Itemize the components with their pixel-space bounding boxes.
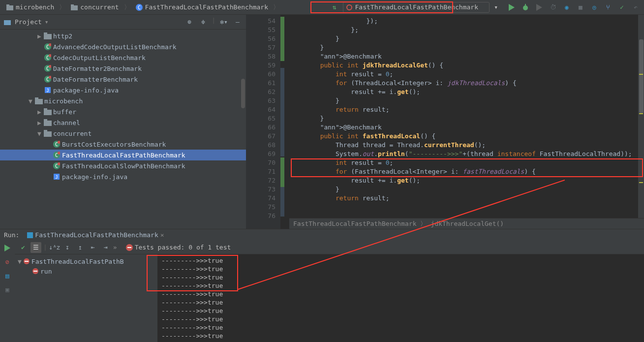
code-body[interactable]: }); }; } } "ann">@Benchmark public int j… bbox=[280, 15, 632, 229]
tree-row[interactable]: Jpackage-info.java bbox=[0, 85, 246, 95]
code-line[interactable]: int result = 0; bbox=[289, 70, 632, 79]
tree-row[interactable]: ▼concurrent bbox=[0, 128, 246, 139]
revert-icon[interactable]: ↶ bbox=[630, 2, 641, 13]
tree-row[interactable]: ▶http2 bbox=[0, 31, 246, 41]
code-line[interactable]: } bbox=[289, 34, 632, 43]
code-line[interactable]: } bbox=[289, 43, 632, 52]
code-line[interactable]: for (FastThreadLocal<Integer> i: fastThr… bbox=[289, 167, 632, 176]
tree-row[interactable]: CDateFormatter2Benchmark bbox=[0, 63, 246, 74]
code-line[interactable]: "ann">@Benchmark bbox=[289, 52, 632, 61]
gauge-icon[interactable]: ◉ bbox=[561, 2, 572, 13]
collapse-icon[interactable]: ↥ bbox=[75, 242, 86, 253]
test-root[interactable]: ▼ FastThreadLocalFastPathB bbox=[15, 256, 157, 266]
code-line[interactable]: result += i.get(); bbox=[289, 88, 632, 96]
svg-rect-32 bbox=[44, 121, 52, 126]
swap-icon[interactable]: ⇅ bbox=[329, 2, 340, 13]
next-icon[interactable]: ⇥ bbox=[100, 242, 111, 253]
hide-icon[interactable]: — bbox=[232, 17, 243, 28]
console-line: --------->>>true bbox=[161, 332, 640, 340]
play-icon[interactable] bbox=[506, 2, 517, 13]
code-line[interactable]: } bbox=[289, 114, 632, 123]
stop-red-icon[interactable]: ⊘ bbox=[2, 256, 13, 267]
tree-row[interactable]: CAdvancedCodecOutputListBenchmark bbox=[0, 41, 246, 52]
layout-icon[interactable]: ▤ bbox=[2, 270, 13, 281]
tree-row[interactable]: CDateFormatterBenchmark bbox=[0, 74, 246, 85]
code-line[interactable]: return result; bbox=[289, 105, 632, 114]
run-config-select[interactable]: FastThreadLocalFastPathBenchmark ▾ bbox=[343, 2, 490, 13]
code-line[interactable]: }; bbox=[289, 26, 632, 34]
test-child[interactable]: run bbox=[15, 266, 157, 276]
expand-arrow-icon[interactable]: ▼ bbox=[35, 130, 43, 137]
tree-row[interactable]: CCodecOutputListBenchmark bbox=[0, 52, 246, 63]
test-tree[interactable]: ▼ FastThreadLocalFastPathB run bbox=[15, 254, 157, 342]
gear-icon[interactable]: ✻▾ bbox=[218, 17, 229, 28]
expand-arrow-icon[interactable]: ▶ bbox=[35, 119, 43, 126]
folder-icon bbox=[43, 129, 52, 137]
rerun-icon[interactable] bbox=[2, 243, 13, 253]
git-pull-icon[interactable]: ✓ bbox=[616, 2, 627, 13]
scrollbar-thumb[interactable] bbox=[241, 79, 245, 108]
crumb-class[interactable]: FastThreadLocalFastPathBenchmark bbox=[293, 220, 416, 227]
tree-row[interactable]: CFastThreadLocalFastPathBenchmark bbox=[0, 150, 246, 160]
crumb-concurrent[interactable]: concurrent bbox=[67, 2, 122, 12]
git-branch-icon[interactable]: ⑂ bbox=[603, 2, 613, 13]
expand-arrow-icon[interactable]: ▼ bbox=[27, 97, 34, 105]
tree-row[interactable]: Jpackage-info.java bbox=[0, 171, 246, 182]
target-icon[interactable]: ⊕ bbox=[184, 17, 195, 28]
crumb-class[interactable]: C FastThreadLocalFastPathBenchmark bbox=[132, 2, 271, 12]
tree-row[interactable]: ▼microbench bbox=[0, 95, 246, 106]
console-line: --------->>>true bbox=[161, 281, 640, 290]
code-line[interactable]: return result; bbox=[289, 194, 632, 203]
code-line[interactable]: } bbox=[289, 96, 632, 105]
close-icon[interactable]: × bbox=[160, 231, 164, 239]
svg-rect-13 bbox=[44, 32, 47, 34]
run-tab[interactable]: FastThreadLocalFastPathBenchmark × bbox=[23, 229, 168, 241]
profile-icon[interactable]: ⏱ bbox=[548, 2, 558, 13]
code-line[interactable]: int result = 0; bbox=[289, 158, 632, 167]
code-line[interactable]: } bbox=[289, 185, 632, 194]
divider: | bbox=[212, 17, 215, 28]
expand-icon[interactable]: ↧ bbox=[62, 242, 73, 253]
code-line[interactable]: Thread thread = Thread.currentThread(); bbox=[289, 141, 632, 150]
chevron-down-icon[interactable]: ▾ bbox=[45, 18, 49, 26]
stop-icon[interactable]: ■ bbox=[575, 2, 586, 13]
run-tab-icon bbox=[27, 232, 33, 238]
scrollbar-thumb[interactable] bbox=[639, 39, 644, 113]
code-editor[interactable]: 5455565758596061626364656667686970717273… bbox=[246, 15, 644, 229]
code-line[interactable]: }); bbox=[289, 17, 632, 26]
expand-arrow-icon[interactable]: ▶ bbox=[35, 108, 43, 116]
console-line: --------->>>true bbox=[161, 256, 640, 265]
tree-row[interactable]: CBurstCostExecutorsBenchmark bbox=[0, 139, 246, 150]
tests-toggle-icon[interactable]: ☰ bbox=[31, 242, 41, 253]
editor-scrollbar[interactable] bbox=[638, 15, 644, 218]
prev-icon[interactable]: ⇤ bbox=[88, 242, 98, 253]
chevron-down-icon: ▼ bbox=[18, 258, 22, 265]
code-line[interactable]: System.out.println("--------->>>"+(threa… bbox=[289, 150, 632, 158]
class-icon: C bbox=[43, 43, 52, 51]
safari-icon[interactable]: ◎ bbox=[589, 2, 600, 13]
crumb-method[interactable]: jdkThreadLocalGet() bbox=[430, 220, 504, 227]
code-line[interactable]: "ann">@Benchmark bbox=[289, 123, 632, 132]
code-line[interactable]: result += i.get(); bbox=[289, 176, 632, 185]
tree-row[interactable]: ▶buffer bbox=[0, 106, 246, 117]
code-line[interactable]: for (ThreadLocal<Integer> i: jdkThreadLo… bbox=[289, 79, 632, 88]
collapse-icon[interactable]: ≑ bbox=[198, 17, 209, 28]
tests-ok-icon[interactable]: ✔ bbox=[18, 242, 29, 253]
console-output[interactable]: --------->>>true--------->>>true--------… bbox=[157, 254, 644, 342]
expand-arrow-icon[interactable]: ▶ bbox=[35, 32, 43, 40]
sort-icon[interactable]: ↓ᴬᴢ bbox=[49, 242, 60, 253]
code-line[interactable]: public int fastThreadLocal() { bbox=[289, 132, 632, 141]
pin-icon[interactable]: ▣ bbox=[2, 284, 13, 295]
svg-rect-35 bbox=[44, 130, 47, 132]
svg-rect-1 bbox=[6, 4, 9, 6]
tree-row[interactable]: ▶channel bbox=[0, 117, 246, 128]
chevron-right-icon: 〉 bbox=[273, 3, 279, 12]
play-cov-icon[interactable] bbox=[534, 2, 545, 13]
code-line[interactable]: public int jdkThreadLocalGet() { bbox=[289, 61, 632, 70]
debug-icon[interactable] bbox=[520, 2, 531, 13]
crumb-microbench[interactable]: microbench bbox=[3, 2, 57, 12]
tree-row[interactable]: CFastThreadLocalSlowPathBenchmark bbox=[0, 160, 246, 171]
project-tree[interactable]: ▶http2CAdvancedCodecOutputListBenchmarkC… bbox=[0, 30, 246, 229]
folder-icon bbox=[6, 3, 14, 11]
svg-rect-50 bbox=[127, 247, 131, 248]
